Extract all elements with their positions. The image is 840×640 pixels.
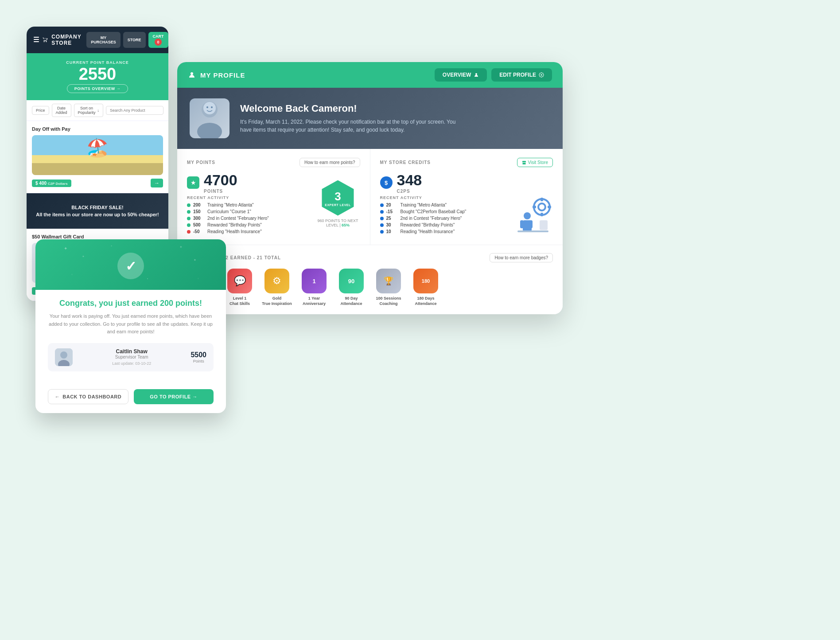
points-overview-btn[interactable]: POINTS OVERVIEW →: [67, 84, 128, 93]
overview-person-icon: [474, 72, 479, 78]
svg-rect-19: [540, 220, 548, 230]
store-nav: MY PURCHASES STORE CART 0: [86, 32, 168, 48]
checkmark-circle: ✓: [117, 253, 144, 279]
beach-umbrella-icon: 🏖️: [86, 137, 109, 158]
points-title: MY POINTS: [187, 160, 215, 165]
badge-icon: 💬: [227, 269, 252, 293]
badge-icon: ⚙: [264, 269, 289, 293]
balance-value: 2550: [34, 65, 161, 84]
overview-btn[interactable]: OVERVIEW: [435, 68, 487, 82]
store-title: COMPANY STORE: [51, 34, 86, 46]
activity-item: 30 Rewarded "Birthday Points": [380, 222, 506, 227]
avatar-placeholder: [190, 98, 229, 138]
badges-section: MY BADGES | 12 EARNED - 21 TOTAL How to …: [177, 245, 563, 314]
visit-store-btn[interactable]: Visit Store: [517, 158, 553, 167]
earn-more-points-btn[interactable]: How to earn more points?: [299, 158, 360, 167]
item-1-title: Day Off with Pay: [32, 126, 163, 132]
notif-body: Congrats, you just earned 200 points! Yo…: [35, 290, 226, 389]
earn-badges-btn[interactable]: How to earn more badges?: [490, 253, 553, 262]
badge-anniversary: 1 1 YearAnniversary: [299, 269, 330, 306]
price-filter[interactable]: Price: [32, 106, 49, 115]
user-points-label: Points: [191, 359, 206, 363]
store-header: COMPANY STORE MY PURCHASES STORE CART 0: [27, 27, 168, 53]
dot-icon: [187, 223, 191, 227]
badge-icon: 🏆: [376, 269, 401, 293]
store-header-left: COMPANY STORE: [34, 34, 86, 46]
svg-text:✦: ✦: [82, 255, 85, 258]
user-avatar-svg: [55, 348, 73, 366]
checkmark-icon: ✓: [125, 258, 136, 274]
points-balance-box: CURRENT POINT BALANCE 2550 POINTS OVERVI…: [27, 53, 168, 100]
item-1-buy-btn[interactable]: →: [151, 179, 163, 187]
credits-box-header: MY STORE CREDITS Visit Store: [380, 158, 553, 167]
user-info: Caitlin Shaw Supervisor Team Last update…: [78, 348, 185, 366]
credits-box: MY STORE CREDITS Visit Store $ 348 C2PS: [370, 149, 563, 245]
svg-point-8: [534, 199, 550, 215]
notification-card: ✦ ✦ ✦ ✦ ● ● ○ ○ ✓ Congrats, you just ear…: [35, 239, 226, 413]
cart-btn[interactable]: CART 0: [148, 32, 168, 48]
notif-actions: ← BACK TO DASHBOARD GO TO PROFILE →: [35, 389, 226, 413]
activity-item: 300 2nd in Contest "February Hero": [187, 216, 309, 221]
dot-icon: [380, 210, 384, 214]
points-left: ★ 4700 POINTS RECENT ACTIVITY 200 Traini…: [187, 172, 309, 236]
notif-top: ✦ ✦ ✦ ✦ ● ● ○ ○ ✓: [35, 239, 226, 290]
points-box-header: MY POINTS How to earn more points?: [187, 158, 360, 167]
svg-text:✦: ✦: [179, 245, 183, 249]
welcome-banner: Welcome Back Cameron! It's Friday, March…: [177, 88, 563, 149]
hexagon-shape: 3 EXPERT LEVEL: [320, 180, 356, 216]
badge-icon: 180: [413, 269, 438, 293]
welcome-body: It's Friday, March 11, 2022. Please chec…: [240, 118, 462, 134]
cart-badge: 0: [155, 39, 162, 46]
activity-item: -50 Reading "Health Insurance": [187, 229, 309, 234]
my-purchases-btn[interactable]: MY PURCHASES: [86, 32, 121, 48]
date-filter[interactable]: Date Added: [52, 104, 71, 117]
go-to-profile-btn[interactable]: GO TO PROFILE →: [134, 389, 214, 404]
svg-text:○: ○: [198, 277, 199, 280]
points-main: ★ 4700 POINTS: [187, 172, 309, 194]
points-activity: RECENT ACTIVITY 200 Training "Metro Atla…: [187, 195, 309, 234]
credits-illustration: [513, 172, 553, 236]
item-2-title: $50 Wallmart Gift Card: [32, 234, 163, 239]
svg-text:●: ●: [111, 245, 112, 247]
credits-title: MY STORE CREDITS: [380, 160, 431, 165]
svg-point-6: [206, 106, 208, 108]
back-arrow-icon: ←: [55, 394, 60, 399]
activity-item: 150 Curriculum "Course 1": [187, 209, 309, 214]
profile-header: MY PROFILE OVERVIEW EDIT PROFILE: [177, 62, 563, 88]
balance-label: CURRENT POINT BALANCE: [34, 60, 161, 65]
search-input[interactable]: [106, 106, 163, 115]
welcome-text: Welcome Back Cameron! It's Friday, March…: [240, 103, 462, 134]
progress-text: 960 POINTS TO NEXT LEVEL | 65%: [316, 219, 360, 227]
activity-item: 20 Training "Metro Atlanta": [380, 203, 506, 207]
badge-coaching: 🏆 100 SessionsCoaching: [373, 269, 404, 306]
dollar-icon: $: [380, 176, 393, 189]
dot-icon: [187, 230, 191, 234]
svg-point-29: [60, 351, 67, 359]
svg-point-14: [524, 212, 531, 219]
menu-icon[interactable]: [34, 37, 39, 43]
dot-icon: [380, 230, 384, 234]
dot-icon: [187, 217, 191, 220]
badge-chat-skills: 💬 Level 1Chat Skills: [224, 269, 255, 306]
svg-rect-17: [529, 220, 533, 228]
item-1-price: $ 400 C2P Dollars: [32, 180, 71, 187]
sort-btn[interactable]: Sort on Popularity ↓: [74, 104, 104, 117]
svg-text:●: ●: [147, 277, 148, 280]
store-filters: Price Date Added Sort on Popularity ↓: [27, 100, 168, 121]
item-1-image: 🏖️: [32, 135, 163, 175]
credits-value-box: 348 C2PS: [397, 172, 422, 194]
back-to-dashboard-btn[interactable]: ← BACK TO DASHBOARD: [48, 389, 128, 404]
inspiration-badge-icon: ⚙: [272, 275, 281, 287]
profile-header-right: OVERVIEW EDIT PROFILE: [435, 68, 552, 82]
svg-point-1: [475, 73, 477, 75]
item-1-footer: $ 400 C2P Dollars →: [32, 179, 163, 187]
badge-attendance-90: 90 90 DayAttendance: [336, 269, 367, 306]
svg-rect-10: [541, 198, 543, 201]
dot-icon: [187, 210, 191, 214]
svg-point-0: [191, 72, 193, 75]
store-btn[interactable]: STORE: [123, 32, 146, 48]
svg-rect-16: [520, 220, 524, 228]
edit-profile-btn[interactable]: EDIT PROFILE: [491, 68, 552, 82]
profile-icon: [188, 71, 196, 79]
svg-point-5: [203, 102, 216, 114]
